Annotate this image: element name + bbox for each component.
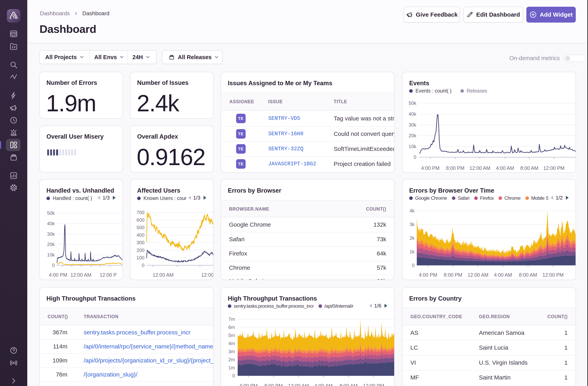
- svg-text:8:00 PM: 8:00 PM: [444, 272, 462, 278]
- svg-text:7m: 7m: [228, 317, 235, 322]
- svg-text:12:00 AM: 12:00 AM: [288, 383, 309, 386]
- svg-text:4:00 AM: 4:00 AM: [496, 165, 514, 171]
- svg-text:12:00 PM: 12:00 PM: [543, 165, 565, 171]
- svg-text:3k: 3k: [410, 222, 415, 227]
- svg-text:4k: 4k: [410, 208, 415, 213]
- svg-text:4:00 PM: 4:00 PM: [421, 165, 440, 171]
- svg-text:12:00 AM: 12:00 AM: [469, 165, 490, 171]
- svg-text:4:00 PM: 4:00 PM: [419, 272, 437, 278]
- svg-text:8:00 AM: 8:00 AM: [519, 272, 537, 278]
- svg-text:4:00 PM: 4:00 PM: [239, 383, 258, 386]
- svg-text:100: 100: [137, 255, 145, 260]
- svg-text:12:00 AM: 12:00 AM: [71, 272, 91, 278]
- svg-text:8:00 AM: 8:00 AM: [520, 165, 538, 171]
- svg-text:4:00 AM: 4:00 AM: [494, 272, 512, 278]
- svg-text:4m: 4m: [228, 341, 235, 346]
- svg-text:1m: 1m: [228, 365, 235, 370]
- svg-text:2k: 2k: [410, 235, 415, 241]
- svg-text:10k: 10k: [47, 252, 55, 257]
- svg-text:12:00 PM: 12:00 PM: [363, 383, 384, 386]
- svg-text:0: 0: [414, 155, 416, 160]
- svg-text:4:00 PM: 4:00 PM: [49, 272, 67, 278]
- svg-text:3m: 3m: [228, 349, 235, 354]
- svg-text:30k: 30k: [409, 122, 417, 128]
- svg-text:12:00 AM: 12:00 AM: [467, 272, 488, 278]
- svg-text:0: 0: [142, 263, 145, 268]
- svg-text:200: 200: [137, 248, 145, 253]
- svg-text:50k: 50k: [409, 100, 417, 106]
- svg-text:20k: 20k: [409, 133, 417, 138]
- svg-text:12:00 P: 12:00 P: [201, 272, 214, 278]
- svg-text:12:00 P: 12:00 P: [100, 272, 117, 278]
- svg-text:10k: 10k: [409, 144, 417, 149]
- svg-text:30k: 30k: [47, 231, 55, 237]
- svg-text:2m: 2m: [228, 357, 235, 362]
- svg-text:300: 300: [137, 240, 145, 245]
- svg-text:6m: 6m: [228, 324, 235, 330]
- svg-text:4:00 AM: 4:00 AM: [315, 383, 333, 386]
- svg-text:5m: 5m: [228, 333, 235, 338]
- svg-text:400: 400: [137, 232, 145, 238]
- svg-text:500: 500: [137, 225, 145, 230]
- svg-text:20k: 20k: [47, 242, 55, 247]
- svg-text:40k: 40k: [409, 111, 417, 117]
- svg-text:600: 600: [137, 217, 145, 223]
- svg-text:700: 700: [137, 210, 145, 215]
- svg-text:0: 0: [232, 373, 235, 378]
- svg-text:12:00 AM: 12:00 AM: [153, 272, 174, 278]
- svg-text:50k: 50k: [47, 210, 55, 216]
- svg-text:8:00 PM: 8:00 PM: [446, 165, 464, 171]
- svg-text:1k: 1k: [410, 249, 415, 254]
- svg-text:8:00 PM: 8:00 PM: [264, 383, 283, 386]
- svg-text:12:00 PM: 12:00 PM: [542, 272, 564, 278]
- svg-text:0: 0: [52, 263, 55, 268]
- svg-text:8:00 AM: 8:00 AM: [339, 383, 358, 386]
- svg-text:40k: 40k: [47, 221, 55, 226]
- svg-text:0: 0: [412, 263, 415, 268]
